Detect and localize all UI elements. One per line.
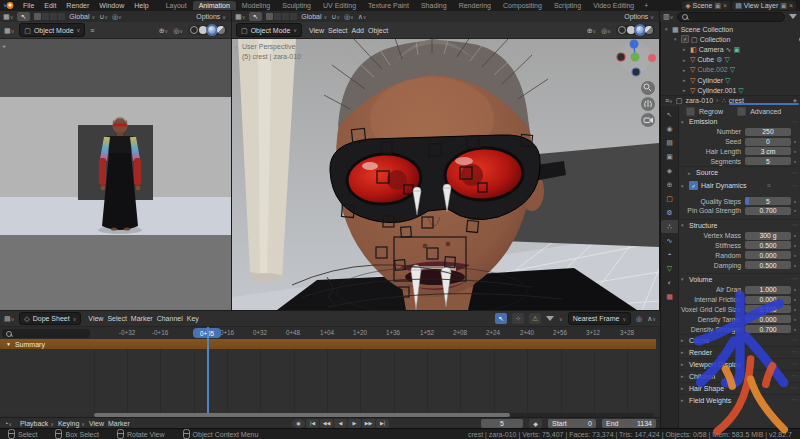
editor-type-icon[interactable]: ▦∨ — [235, 13, 245, 20]
channel-search-input[interactable] — [2, 329, 90, 338]
keyframe-area[interactable] — [0, 349, 656, 413]
add-workspace-button[interactable]: + — [640, 1, 652, 10]
tab-rendering[interactable]: Rendering — [453, 1, 497, 10]
properties-tab-object-data[interactable]: ▽ — [661, 262, 678, 275]
center-3d-viewport[interactable]: ◂ — [232, 39, 660, 310]
menu-help[interactable]: Help — [129, 2, 153, 9]
keyframe-interp-icon[interactable]: ∧∨ — [647, 315, 656, 322]
toolbar-collapse-arrow[interactable]: ◂ — [234, 43, 237, 50]
properties-tab-particles[interactable]: ∴ — [661, 220, 678, 233]
animate-dot-icon[interactable]: ● — [791, 233, 799, 238]
blender-logo-icon[interactable] — [3, 1, 15, 10]
animate-dot-icon[interactable]: ● — [791, 297, 799, 302]
tab-sculpting[interactable]: Sculpting — [276, 1, 317, 10]
unlink-scene-icon[interactable]: × — [723, 2, 727, 9]
properties-tab-object[interactable]: ▢ — [661, 192, 678, 205]
properties-tab-texture[interactable]: ▦ — [661, 290, 678, 303]
wireframe-shading-icon[interactable] — [190, 26, 198, 34]
keying-set-icon[interactable]: ◆ — [529, 419, 542, 428]
dope-menu-key[interactable]: Key — [185, 315, 201, 322]
select-mode-group[interactable] — [34, 13, 65, 20]
checkbox-regrow[interactable] — [686, 107, 695, 116]
tab-layout[interactable]: Layout — [160, 1, 193, 10]
menu-render[interactable]: Render — [61, 2, 94, 9]
property-field[interactable]: 1.000 — [745, 286, 791, 294]
collapsed-panel-viewport-display[interactable]: ▸Viewport Display⋯ — [678, 358, 800, 370]
animate-dot-icon[interactable]: ● — [791, 253, 799, 258]
proportional-icon[interactable]: ◎ — [636, 315, 642, 322]
options-dropdown-center[interactable]: Options ∨ — [624, 13, 654, 20]
menu-file[interactable]: File — [18, 2, 39, 9]
new-view-layer-icon[interactable]: ▣ — [780, 2, 787, 9]
frame-end-field[interactable]: End1134 — [602, 419, 656, 428]
panel-expand-icon[interactable]: ▾ — [681, 183, 686, 189]
animate-dot-icon[interactable]: ● — [791, 208, 799, 213]
property-field[interactable]: 0.100 — [745, 305, 791, 313]
gizmo-toggle-icon[interactable]: ⊕∨ — [587, 27, 597, 34]
expand-arrow-icon[interactable]: ▸ — [683, 77, 688, 83]
property-field[interactable]: 0.500 — [745, 261, 791, 269]
tab-scripting[interactable]: Scripting — [548, 1, 587, 10]
menu-edit[interactable]: Edit — [39, 2, 61, 9]
panel-expand-icon[interactable]: ▾ — [681, 276, 686, 282]
dope-sheet-mode-dropdown[interactable]: ◇ Dope Sheet∨ — [19, 312, 81, 325]
viewport-menu-select[interactable]: Select — [326, 27, 349, 34]
property-field[interactable]: 0.000 — [745, 315, 791, 323]
properties-tab-render[interactable]: ◉ — [661, 122, 678, 135]
overlays-toggle-icon[interactable]: ◎∨ — [601, 27, 611, 34]
outliner-filter-icon[interactable] — [789, 14, 797, 19]
animate-dot-icon[interactable]: ● — [791, 317, 799, 322]
dope-menu-select[interactable]: Select — [105, 315, 128, 322]
panel-expand-icon[interactable]: ▸ — [681, 349, 686, 355]
tab-shading[interactable]: Shading — [415, 1, 453, 10]
expand-arrow-icon[interactable]: ▸ — [683, 46, 688, 52]
animate-dot-icon[interactable]: ● — [791, 307, 799, 312]
shading-mode-group[interactable] — [616, 25, 655, 35]
timeline-editor-icon[interactable]: ◔∨ — [4, 420, 12, 427]
collapsed-panel-hair-shape[interactable]: ▸Hair Shape⋯ — [678, 382, 800, 394]
outliner-row[interactable]: ▸◧Camera∿▣ — [661, 44, 800, 54]
animate-dot-icon[interactable]: ● — [791, 243, 799, 248]
gizmo-toggle-icon[interactable]: ⊕∨ — [159, 27, 169, 34]
collapsed-panel-children[interactable]: ▸Children⋯ — [678, 370, 800, 382]
animate-dot-icon[interactable]: ● — [791, 327, 799, 332]
viewport-menu-object[interactable]: Object — [366, 27, 390, 34]
panel-expand-icon[interactable]: ▸ — [681, 373, 686, 379]
overlays-toggle-icon[interactable]: ◎∨ — [173, 27, 183, 34]
outliner-search-input[interactable] — [677, 12, 785, 22]
timeline-menu-view[interactable]: View — [87, 420, 106, 427]
animate-dot-icon[interactable]: ● — [791, 149, 799, 154]
next-keyframe-button[interactable]: ▶▶ — [362, 419, 375, 428]
mode-dropdown[interactable]: ▢ Object Mode∨ — [236, 23, 302, 37]
properties-tab-modifiers[interactable]: ⚙ — [661, 206, 678, 219]
panel-header-volume[interactable]: ▾Volume⋯ — [678, 273, 800, 285]
rendered-shading-icon[interactable] — [645, 26, 653, 34]
properties-tab-view-layer[interactable]: ▣ — [661, 150, 678, 163]
hair-dynamics-checkbox[interactable]: ✓ — [689, 181, 698, 190]
new-scene-icon[interactable]: ▣ — [714, 2, 721, 9]
current-frame-field[interactable]: 5 — [481, 419, 523, 428]
wireframe-shading-icon[interactable] — [618, 26, 626, 34]
outliner-row[interactable]: ▸▽Cylinder▽ — [661, 75, 800, 85]
properties-tab-physics[interactable]: ∿ — [661, 234, 678, 247]
outliner-row[interactable]: ▸▽Cylinder.001▽ — [661, 85, 800, 95]
breadcrumb-scrollbar[interactable] — [729, 103, 799, 105]
properties-tab-tool[interactable]: ↖ — [661, 108, 678, 121]
collapsed-panel-field-weights[interactable]: ▸Field Weights⋯ — [678, 394, 800, 406]
show-errors-icon[interactable]: ⚠ — [529, 313, 541, 324]
animate-dot-icon[interactable]: ● — [791, 159, 799, 164]
panel-expand-icon[interactable]: ▸ — [681, 397, 686, 403]
timeline-menu-marker[interactable]: Marker — [106, 420, 132, 427]
outliner-row[interactable]: ▸▽Cube⚙▽ — [661, 55, 800, 65]
expand-arrow-icon[interactable]: ▾ — [674, 36, 679, 42]
viewport-nav-buttons[interactable] — [641, 81, 655, 127]
property-field[interactable]: 0.000 — [745, 296, 791, 304]
viewport-menu-add[interactable]: Add — [350, 27, 366, 34]
property-field[interactable]: 0.700 — [745, 325, 791, 333]
properties-tab-world[interactable]: ⊕ — [661, 178, 678, 191]
material-shading-icon[interactable] — [208, 26, 216, 34]
expand-arrow-icon[interactable]: ▸ — [683, 87, 688, 93]
scene-selector[interactable]: ◈ Scene ▣ × — [682, 1, 730, 10]
collapsed-panel-cache[interactable]: ▸Cache⋯ — [678, 334, 800, 346]
tab-animation[interactable]: Animation — [193, 1, 236, 10]
